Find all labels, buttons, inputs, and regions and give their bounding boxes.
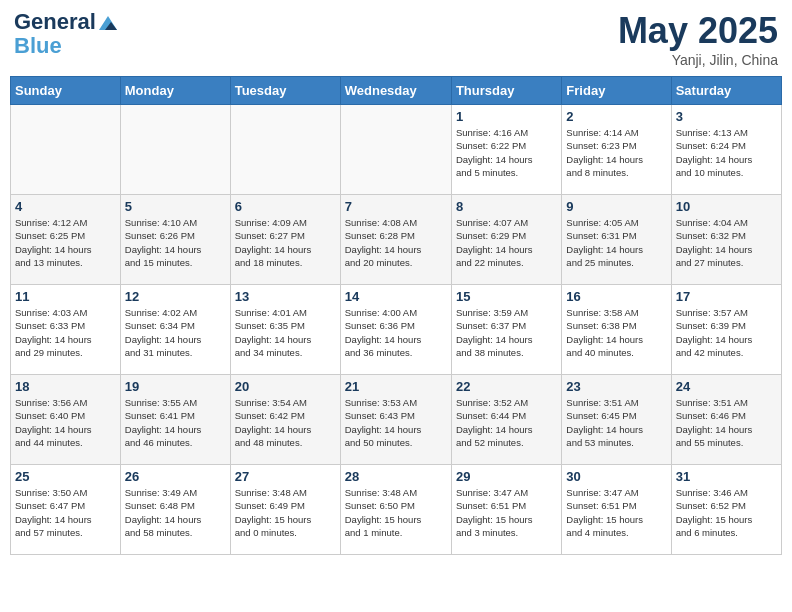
day-number: 25 bbox=[15, 469, 116, 484]
day-number: 15 bbox=[456, 289, 557, 304]
day-number: 6 bbox=[235, 199, 336, 214]
day-info: Sunrise: 3:47 AMSunset: 6:51 PMDaylight:… bbox=[456, 486, 557, 539]
calendar-cell: 10Sunrise: 4:04 AMSunset: 6:32 PMDayligh… bbox=[671, 195, 781, 285]
day-number: 12 bbox=[125, 289, 226, 304]
calendar-cell: 28Sunrise: 3:48 AMSunset: 6:50 PMDayligh… bbox=[340, 465, 451, 555]
day-header-tuesday: Tuesday bbox=[230, 77, 340, 105]
day-number: 31 bbox=[676, 469, 777, 484]
calendar-cell: 19Sunrise: 3:55 AMSunset: 6:41 PMDayligh… bbox=[120, 375, 230, 465]
day-number: 5 bbox=[125, 199, 226, 214]
day-number: 21 bbox=[345, 379, 447, 394]
calendar-cell: 12Sunrise: 4:02 AMSunset: 6:34 PMDayligh… bbox=[120, 285, 230, 375]
day-number: 30 bbox=[566, 469, 666, 484]
day-number: 23 bbox=[566, 379, 666, 394]
calendar-body: 1Sunrise: 4:16 AMSunset: 6:22 PMDaylight… bbox=[11, 105, 782, 555]
day-number: 26 bbox=[125, 469, 226, 484]
day-info: Sunrise: 4:13 AMSunset: 6:24 PMDaylight:… bbox=[676, 126, 777, 179]
day-number: 29 bbox=[456, 469, 557, 484]
logo-blue: Blue bbox=[14, 34, 120, 58]
calendar-cell bbox=[11, 105, 121, 195]
calendar-cell: 15Sunrise: 3:59 AMSunset: 6:37 PMDayligh… bbox=[451, 285, 561, 375]
day-number: 24 bbox=[676, 379, 777, 394]
day-info: Sunrise: 3:48 AMSunset: 6:49 PMDaylight:… bbox=[235, 486, 336, 539]
day-number: 17 bbox=[676, 289, 777, 304]
day-number: 19 bbox=[125, 379, 226, 394]
calendar-cell bbox=[340, 105, 451, 195]
logo-text: General bbox=[14, 10, 120, 34]
day-info: Sunrise: 4:05 AMSunset: 6:31 PMDaylight:… bbox=[566, 216, 666, 269]
logo-icon bbox=[97, 12, 119, 34]
day-info: Sunrise: 4:01 AMSunset: 6:35 PMDaylight:… bbox=[235, 306, 336, 359]
day-number: 1 bbox=[456, 109, 557, 124]
day-number: 7 bbox=[345, 199, 447, 214]
calendar-cell: 20Sunrise: 3:54 AMSunset: 6:42 PMDayligh… bbox=[230, 375, 340, 465]
calendar-cell: 4Sunrise: 4:12 AMSunset: 6:25 PMDaylight… bbox=[11, 195, 121, 285]
day-number: 11 bbox=[15, 289, 116, 304]
calendar-header-row: SundayMondayTuesdayWednesdayThursdayFrid… bbox=[11, 77, 782, 105]
day-info: Sunrise: 4:02 AMSunset: 6:34 PMDaylight:… bbox=[125, 306, 226, 359]
calendar-cell: 26Sunrise: 3:49 AMSunset: 6:48 PMDayligh… bbox=[120, 465, 230, 555]
calendar-cell: 9Sunrise: 4:05 AMSunset: 6:31 PMDaylight… bbox=[562, 195, 671, 285]
day-header-monday: Monday bbox=[120, 77, 230, 105]
week-row-3: 11Sunrise: 4:03 AMSunset: 6:33 PMDayligh… bbox=[11, 285, 782, 375]
calendar-cell: 5Sunrise: 4:10 AMSunset: 6:26 PMDaylight… bbox=[120, 195, 230, 285]
calendar-cell: 7Sunrise: 4:08 AMSunset: 6:28 PMDaylight… bbox=[340, 195, 451, 285]
day-info: Sunrise: 3:54 AMSunset: 6:42 PMDaylight:… bbox=[235, 396, 336, 449]
day-header-thursday: Thursday bbox=[451, 77, 561, 105]
calendar-cell bbox=[230, 105, 340, 195]
day-header-friday: Friday bbox=[562, 77, 671, 105]
calendar-cell: 22Sunrise: 3:52 AMSunset: 6:44 PMDayligh… bbox=[451, 375, 561, 465]
calendar-cell: 31Sunrise: 3:46 AMSunset: 6:52 PMDayligh… bbox=[671, 465, 781, 555]
calendar-cell: 25Sunrise: 3:50 AMSunset: 6:47 PMDayligh… bbox=[11, 465, 121, 555]
day-number: 13 bbox=[235, 289, 336, 304]
day-number: 10 bbox=[676, 199, 777, 214]
day-info: Sunrise: 3:57 AMSunset: 6:39 PMDaylight:… bbox=[676, 306, 777, 359]
day-info: Sunrise: 3:52 AMSunset: 6:44 PMDaylight:… bbox=[456, 396, 557, 449]
calendar-cell: 27Sunrise: 3:48 AMSunset: 6:49 PMDayligh… bbox=[230, 465, 340, 555]
day-number: 14 bbox=[345, 289, 447, 304]
day-number: 27 bbox=[235, 469, 336, 484]
week-row-2: 4Sunrise: 4:12 AMSunset: 6:25 PMDaylight… bbox=[11, 195, 782, 285]
calendar-cell: 16Sunrise: 3:58 AMSunset: 6:38 PMDayligh… bbox=[562, 285, 671, 375]
day-info: Sunrise: 4:03 AMSunset: 6:33 PMDaylight:… bbox=[15, 306, 116, 359]
day-info: Sunrise: 3:51 AMSunset: 6:46 PMDaylight:… bbox=[676, 396, 777, 449]
day-number: 28 bbox=[345, 469, 447, 484]
day-info: Sunrise: 3:49 AMSunset: 6:48 PMDaylight:… bbox=[125, 486, 226, 539]
day-info: Sunrise: 3:59 AMSunset: 6:37 PMDaylight:… bbox=[456, 306, 557, 359]
calendar-cell: 2Sunrise: 4:14 AMSunset: 6:23 PMDaylight… bbox=[562, 105, 671, 195]
day-number: 22 bbox=[456, 379, 557, 394]
day-info: Sunrise: 4:16 AMSunset: 6:22 PMDaylight:… bbox=[456, 126, 557, 179]
day-info: Sunrise: 4:08 AMSunset: 6:28 PMDaylight:… bbox=[345, 216, 447, 269]
title-block: May 2025 Yanji, Jilin, China bbox=[618, 10, 778, 68]
calendar-table: SundayMondayTuesdayWednesdayThursdayFrid… bbox=[10, 76, 782, 555]
day-info: Sunrise: 3:55 AMSunset: 6:41 PMDaylight:… bbox=[125, 396, 226, 449]
calendar-cell: 30Sunrise: 3:47 AMSunset: 6:51 PMDayligh… bbox=[562, 465, 671, 555]
week-row-5: 25Sunrise: 3:50 AMSunset: 6:47 PMDayligh… bbox=[11, 465, 782, 555]
day-number: 16 bbox=[566, 289, 666, 304]
day-info: Sunrise: 3:53 AMSunset: 6:43 PMDaylight:… bbox=[345, 396, 447, 449]
day-info: Sunrise: 3:58 AMSunset: 6:38 PMDaylight:… bbox=[566, 306, 666, 359]
page-header: General Blue May 2025 Yanji, Jilin, Chin… bbox=[10, 10, 782, 68]
day-info: Sunrise: 4:00 AMSunset: 6:36 PMDaylight:… bbox=[345, 306, 447, 359]
week-row-1: 1Sunrise: 4:16 AMSunset: 6:22 PMDaylight… bbox=[11, 105, 782, 195]
calendar-cell: 6Sunrise: 4:09 AMSunset: 6:27 PMDaylight… bbox=[230, 195, 340, 285]
calendar-cell: 13Sunrise: 4:01 AMSunset: 6:35 PMDayligh… bbox=[230, 285, 340, 375]
calendar-cell: 23Sunrise: 3:51 AMSunset: 6:45 PMDayligh… bbox=[562, 375, 671, 465]
day-info: Sunrise: 3:50 AMSunset: 6:47 PMDaylight:… bbox=[15, 486, 116, 539]
day-info: Sunrise: 4:12 AMSunset: 6:25 PMDaylight:… bbox=[15, 216, 116, 269]
day-number: 8 bbox=[456, 199, 557, 214]
day-number: 4 bbox=[15, 199, 116, 214]
day-header-sunday: Sunday bbox=[11, 77, 121, 105]
month-title: May 2025 bbox=[618, 10, 778, 52]
day-info: Sunrise: 3:51 AMSunset: 6:45 PMDaylight:… bbox=[566, 396, 666, 449]
week-row-4: 18Sunrise: 3:56 AMSunset: 6:40 PMDayligh… bbox=[11, 375, 782, 465]
day-info: Sunrise: 4:04 AMSunset: 6:32 PMDaylight:… bbox=[676, 216, 777, 269]
calendar-cell: 3Sunrise: 4:13 AMSunset: 6:24 PMDaylight… bbox=[671, 105, 781, 195]
day-header-saturday: Saturday bbox=[671, 77, 781, 105]
calendar-cell: 17Sunrise: 3:57 AMSunset: 6:39 PMDayligh… bbox=[671, 285, 781, 375]
calendar-cell: 1Sunrise: 4:16 AMSunset: 6:22 PMDaylight… bbox=[451, 105, 561, 195]
day-info: Sunrise: 3:46 AMSunset: 6:52 PMDaylight:… bbox=[676, 486, 777, 539]
day-info: Sunrise: 3:48 AMSunset: 6:50 PMDaylight:… bbox=[345, 486, 447, 539]
day-info: Sunrise: 4:09 AMSunset: 6:27 PMDaylight:… bbox=[235, 216, 336, 269]
logo: General Blue bbox=[14, 10, 120, 58]
